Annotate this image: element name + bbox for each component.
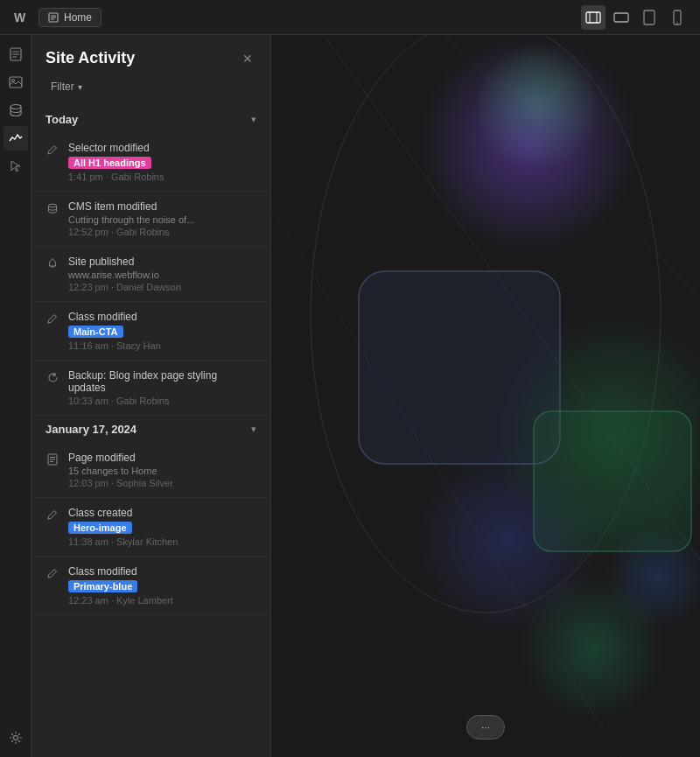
edit-icon [46,312,60,326]
svg-rect-5 [586,12,600,23]
top-bar: W Home [0,0,700,35]
activity-type: Site published [68,256,256,268]
svg-text:W: W [14,11,26,25]
activity-meta: 12:23 pm · Daniel Dawson [68,282,256,292]
canvas-background: ··· [271,35,700,757]
sidebar-item-database[interactable] [4,98,28,123]
activity-item-site-published[interactable]: Site published www.arise.webflow.io 12:2… [32,247,270,302]
activity-item-class-main-cta[interactable]: Class modified Main-CTA 11:16 am · Stacy… [32,302,270,361]
icon-sidebar [0,35,32,757]
activity-tag: All H1 headings [68,157,151,169]
activity-meta: 11:38 am · Skylar Kitchen [68,536,256,547]
sidebar-item-image[interactable] [4,70,28,95]
svg-point-19 [13,736,18,740]
view-mobile[interactable] [665,5,690,30]
activity-detail: 15 changes to Home [68,466,256,476]
activity-content: Class modified Main-CTA 11:16 am · Stacy… [68,311,256,351]
section-today-chevron[interactable]: ▾ [251,114,256,125]
section-jan17-chevron[interactable]: ▾ [251,424,256,435]
edit-icon [46,508,60,522]
svg-rect-16 [10,77,22,88]
activity-item-class-primary-blue[interactable]: Class modified Primary-blue 12:23 am · K… [32,557,270,615]
activity-type: Class created [68,507,256,519]
sidebar-item-activity[interactable] [4,126,28,151]
activity-item-backup[interactable]: Backup: Blog index page styling updates … [32,361,270,416]
panel-filter: Filter ▾ [32,74,270,106]
section-today-header: Today ▾ [32,106,270,133]
panel-title: Site Activity [46,49,135,67]
canvas-bottom-button[interactable]: ··· [466,715,505,739]
activity-tag: Main-CTA [68,326,123,338]
activity-type: Backup: Blog index page styling updates [68,369,256,394]
activity-content: Class modified Primary-blue 12:23 am · K… [68,565,256,606]
view-desktop-expand[interactable] [581,5,606,30]
activity-item-page-modified[interactable]: Page modified 15 changes to Home 12:03 p… [32,443,270,498]
activity-content: Selector modified All H1 headings 1:41 p… [68,142,256,182]
activity-detail: Cutting through the noise of... [68,214,256,225]
home-button[interactable]: Home [38,8,102,27]
filter-button[interactable]: Filter ▾ [46,78,88,95]
activity-content: Page modified 15 changes to Home 12:03 p… [68,452,256,488]
svg-rect-8 [614,13,628,22]
activity-meta: 12:03 pm · Sophia Silver [68,478,256,488]
panel-scroll-area[interactable]: Today ▾ Selector modified All H1 heading… [32,106,270,757]
home-label: Home [64,11,92,24]
view-tablet-landscape[interactable] [609,5,634,30]
activity-type: Class modified [68,311,256,323]
sidebar-item-settings[interactable] [4,725,28,750]
activity-type: CMS item modified [68,200,256,213]
activity-detail: www.arise.webflow.io [68,270,256,280]
page-icon [48,12,59,23]
activity-type: Selector modified [68,142,256,154]
main-content: Site Activity ✕ Filter ▾ Today ▾ [0,35,700,757]
activity-meta: 1:41 pm · Gabi Robins [68,172,256,182]
edit-icon [46,566,60,580]
activity-tag: Primary-blue [68,580,137,592]
section-today-label: Today [46,113,78,126]
activity-content: CMS item modified Cutting through the no… [68,200,256,237]
svg-line-29 [271,210,621,757]
sidebar-item-page[interactable] [4,42,28,67]
bottom-bar: ··· [466,715,505,739]
svg-line-28 [324,35,700,560]
activity-content: Class created Hero-image 11:38 am · Skyl… [68,507,256,547]
svg-point-27 [311,35,661,613]
activity-item-class-hero[interactable]: Class created Hero-image 11:38 am · Skyl… [32,498,270,557]
canvas-area[interactable]: ··· [271,35,700,757]
view-switcher [581,5,690,30]
activity-item-selector-modified[interactable]: Selector modified All H1 headings 1:41 p… [32,133,270,192]
filter-chevron-icon: ▾ [78,82,82,92]
svg-rect-31 [359,271,560,464]
activity-type: Page modified [68,452,256,464]
activity-meta: 12:23 am · Kyle Lambert [68,595,256,606]
activity-tag: Hero-image [68,522,132,534]
filter-label: Filter [51,81,74,93]
activity-meta: 12:52 pm · Gabi Robins [68,227,256,237]
section-jan17-label: January 17, 2024 [46,423,136,436]
svg-point-18 [10,105,21,109]
bell-icon [46,256,60,270]
activity-content: Site published www.arise.webflow.io 12:2… [68,256,256,292]
edit-icon [46,143,60,157]
activity-item-cms-modified[interactable]: CMS item modified Cutting through the no… [32,192,270,247]
activity-type: Class modified [68,565,256,578]
activity-meta: 11:16 am · Stacy Han [68,340,256,351]
svg-point-11 [676,22,678,24]
page-icon [46,452,60,466]
svg-rect-9 [644,11,654,25]
view-tablet-portrait[interactable] [637,5,662,30]
panel-close-button[interactable]: ✕ [239,50,256,67]
panel-header: Site Activity ✕ [32,35,270,74]
svg-point-20 [49,204,57,207]
svg-rect-32 [534,411,691,551]
activity-panel: Site Activity ✕ Filter ▾ Today ▾ [32,35,271,757]
svg-line-30 [446,35,700,298]
activity-meta: 10:33 am · Gabi Robins [68,396,256,406]
webflow-logo: W [10,7,32,28]
activity-content: Backup: Blog index page styling updates … [68,369,256,406]
sidebar-item-cursor[interactable] [4,154,28,179]
database-icon [46,201,60,215]
canvas-lines-svg [271,35,700,757]
section-jan17-header: January 17, 2024 ▾ [32,416,270,443]
backup-icon [46,370,60,384]
